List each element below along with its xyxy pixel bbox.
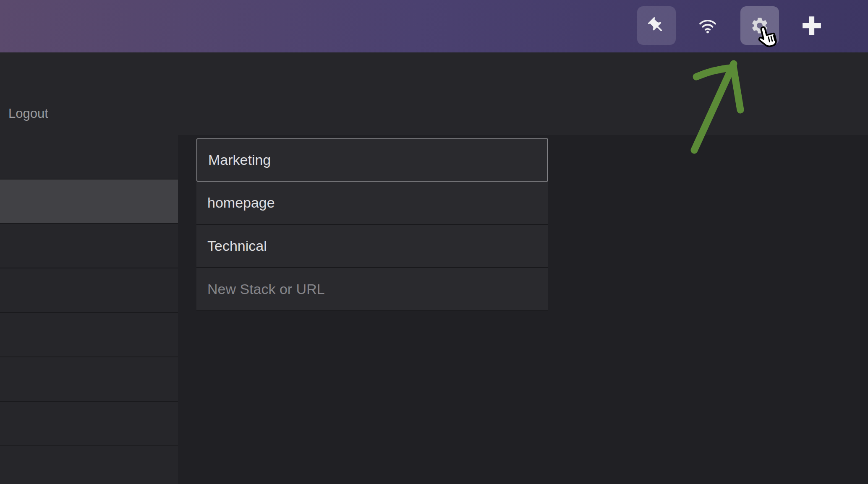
annotation-arrow xyxy=(688,54,750,160)
plus-icon xyxy=(800,14,824,37)
pin-icon xyxy=(647,16,666,35)
sidebar-list xyxy=(0,135,178,484)
stack-item-technical[interactable]: Technical xyxy=(196,225,548,268)
sidebar-row[interactable] xyxy=(0,224,178,268)
sidebar-row[interactable] xyxy=(0,135,178,180)
sidebar-row-highlighted[interactable] xyxy=(0,180,178,224)
add-button[interactable] xyxy=(792,6,831,45)
sidebar-row[interactable] xyxy=(0,446,178,484)
logout-button[interactable]: Logout xyxy=(8,105,48,122)
stack-item-homepage[interactable]: homepage xyxy=(196,182,548,225)
stack-item-marketing[interactable]: Marketing xyxy=(196,138,548,182)
stack-list: Marketing homepage Technical New Stack o… xyxy=(196,138,548,311)
header-bar xyxy=(0,0,868,52)
sidebar-row[interactable] xyxy=(0,313,178,357)
sidebar-row[interactable] xyxy=(0,268,178,313)
pin-button[interactable] xyxy=(637,6,676,45)
sidebar-row[interactable] xyxy=(0,357,178,402)
new-stack-input[interactable]: New Stack or URL xyxy=(196,268,548,311)
wifi-icon xyxy=(698,17,717,34)
wifi-button[interactable] xyxy=(688,6,727,45)
sidebar-row[interactable] xyxy=(0,402,178,446)
